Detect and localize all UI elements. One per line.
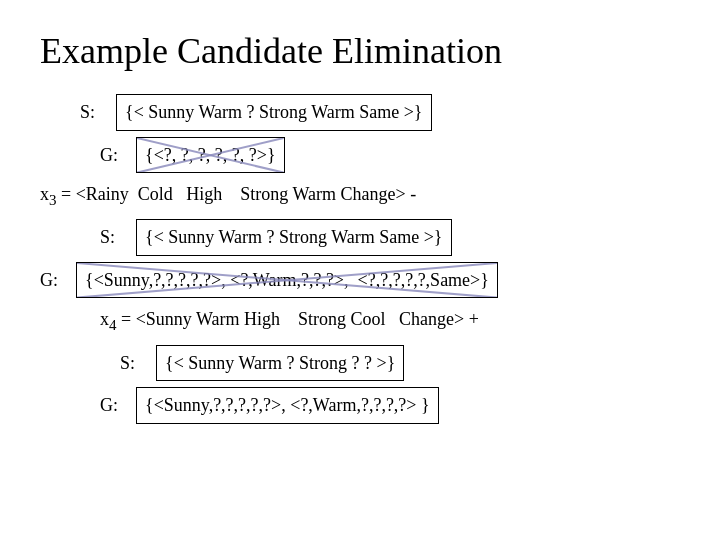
text-s3: {< Sunny Warm ? Strong ? ? >}: [165, 353, 395, 373]
box-g1: {<?, ?, ?, ?, ?, ?>}: [136, 137, 285, 174]
box-s2: {< Sunny Warm ? Strong Warm Same >}: [136, 219, 452, 256]
content-area: S: {< Sunny Warm ? Strong Warm Same >} G…: [40, 94, 680, 424]
row-g2: G: {<Sunny,?,?,?,?,?>, <?,Warm,?,?,?>, <…: [40, 262, 680, 299]
box-g2: {<Sunny,?,?,?,?,?>, <?,Warm,?,?,?>, <?,?…: [76, 262, 498, 299]
label-g2: G:: [40, 265, 70, 296]
text-g3: {<Sunny,?,?,?,?,?>, <?,Warm,?,?,?,?> }: [145, 395, 430, 415]
row-g3: G: {<Sunny,?,?,?,?,?>, <?,Warm,?,?,?,?> …: [100, 387, 680, 424]
row-x4: x4 = <Sunny Warm High Strong Cool Change…: [100, 304, 680, 338]
label-g1: G:: [100, 140, 130, 171]
text-x3: x3 = <Rainy Cold High Strong Warm Change…: [40, 179, 416, 213]
row-s1: S: {< Sunny Warm ? Strong Warm Same >}: [80, 94, 680, 131]
box-g2-wrapper: {<Sunny,?,?,?,?,?>, <?,Warm,?,?,?>, <?,?…: [76, 262, 498, 299]
row-s3: S: {< Sunny Warm ? Strong ? ? >}: [120, 345, 680, 382]
text-s1: {< Sunny Warm ? Strong Warm Same >}: [125, 102, 423, 122]
text-x4: x4 = <Sunny Warm High Strong Cool Change…: [100, 304, 479, 338]
text-g2: {<Sunny,?,?,?,?,?>, <?,Warm,?,?,?>, <?,?…: [85, 270, 489, 290]
box-g1-wrapper: {<?, ?, ?, ?, ?, ?>}: [136, 137, 285, 174]
label-s3: S:: [120, 348, 150, 379]
label-g3: G:: [100, 390, 130, 421]
text-g1: {<?, ?, ?, ?, ?, ?>}: [145, 145, 276, 165]
box-s1: {< Sunny Warm ? Strong Warm Same >}: [116, 94, 432, 131]
label-s1: S:: [80, 97, 110, 128]
row-g1: G: {<?, ?, ?, ?, ?, ?>}: [100, 137, 680, 174]
slide-title: Example Candidate Elimination: [40, 30, 680, 72]
box-g3: {<Sunny,?,?,?,?,?>, <?,Warm,?,?,?,?> }: [136, 387, 439, 424]
slide-container: Example Candidate Elimination S: {< Sunn…: [0, 0, 720, 540]
row-x3: x3 = <Rainy Cold High Strong Warm Change…: [40, 179, 680, 213]
box-s3: {< Sunny Warm ? Strong ? ? >}: [156, 345, 404, 382]
label-s2: S:: [100, 222, 130, 253]
row-s2: S: {< Sunny Warm ? Strong Warm Same >}: [100, 219, 680, 256]
text-s2: {< Sunny Warm ? Strong Warm Same >}: [145, 227, 443, 247]
